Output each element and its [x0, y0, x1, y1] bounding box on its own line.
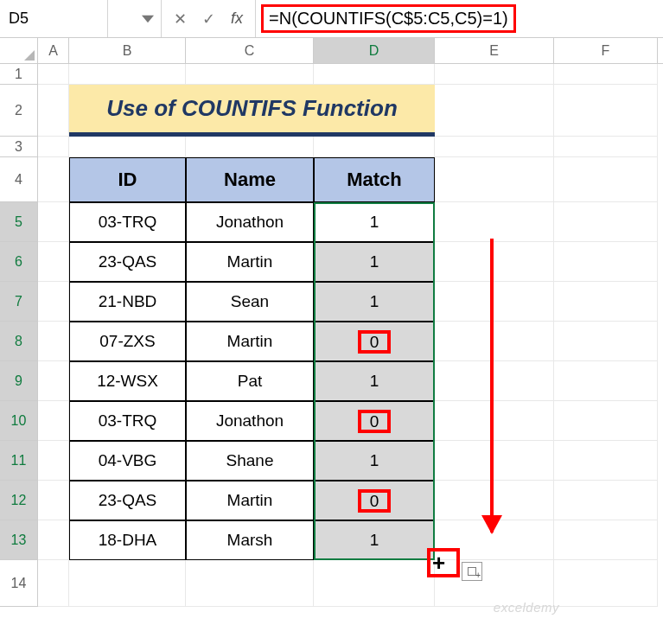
cell-B10[interactable]: 03-TRQ — [69, 401, 186, 441]
cell-D6[interactable]: 1 — [314, 242, 435, 282]
cell-A12[interactable] — [38, 481, 69, 520]
accept-formula-button[interactable]: ✓ — [202, 10, 215, 29]
cell-F14[interactable] — [554, 560, 658, 607]
cell-D13[interactable]: 1 — [314, 520, 435, 560]
autofill-options-button[interactable]: + — [462, 562, 482, 581]
cell-E3[interactable] — [435, 137, 554, 157]
cell-F11[interactable] — [554, 441, 658, 481]
cell-E5[interactable] — [435, 202, 554, 242]
header-match[interactable]: Match — [314, 157, 435, 202]
cell-F10[interactable] — [554, 401, 658, 441]
cell-F1[interactable] — [554, 64, 658, 85]
row-header-8[interactable]: 8 — [0, 322, 38, 361]
cell-F2[interactable] — [554, 85, 658, 137]
col-header-E[interactable]: E — [435, 38, 554, 63]
col-header-F[interactable]: F — [554, 38, 658, 63]
cell-B12[interactable]: 23-QAS — [69, 481, 186, 520]
cell-B8[interactable]: 07-ZXS — [69, 322, 186, 361]
cell-C9[interactable]: Pat — [186, 361, 314, 401]
cell-B9[interactable]: 12-WSX — [69, 361, 186, 401]
cell-A6[interactable] — [38, 242, 69, 282]
cell-A11[interactable] — [38, 441, 69, 481]
cell-B7[interactable]: 21-NBD — [69, 282, 186, 322]
col-header-A[interactable]: A — [38, 38, 69, 63]
row-header-6[interactable]: 6 — [0, 242, 38, 282]
cell-C14[interactable] — [186, 560, 314, 607]
cell-E1[interactable] — [435, 64, 554, 85]
row-header-14[interactable]: 14 — [0, 560, 38, 607]
cell-F9[interactable] — [554, 361, 658, 401]
cell-E8[interactable] — [435, 322, 554, 361]
cell-A14[interactable] — [38, 560, 69, 607]
cell-C5[interactable]: Jonathon — [186, 202, 314, 242]
cell-C12[interactable]: Martin — [186, 481, 314, 520]
row-header-5[interactable]: 5 — [0, 202, 38, 242]
cell-F4[interactable] — [554, 157, 658, 202]
cell-F5[interactable] — [554, 202, 658, 242]
col-header-D[interactable]: D — [314, 38, 435, 63]
cell-D1[interactable] — [314, 64, 435, 85]
col-header-C[interactable]: C — [186, 38, 314, 63]
col-header-B[interactable]: B — [69, 38, 186, 63]
cell-C10[interactable]: Jonathon — [186, 401, 314, 441]
cell-B11[interactable]: 04-VBG — [69, 441, 186, 481]
cell-C1[interactable] — [186, 64, 314, 85]
cell-E2[interactable] — [435, 85, 554, 137]
insert-function-button[interactable]: fx — [231, 10, 243, 28]
cell-F13[interactable] — [554, 520, 658, 560]
cell-A5[interactable] — [38, 202, 69, 242]
cell-A13[interactable] — [38, 520, 69, 560]
select-all-corner[interactable] — [0, 38, 38, 63]
cell-C3[interactable] — [186, 137, 314, 157]
row-header-3[interactable]: 3 — [0, 137, 38, 157]
cell-C7[interactable]: Sean — [186, 282, 314, 322]
cell-F7[interactable] — [554, 282, 658, 322]
row-header-4[interactable]: 4 — [0, 157, 38, 202]
row-header-7[interactable]: 7 — [0, 282, 38, 322]
cell-E10[interactable] — [435, 401, 554, 441]
name-box-dropdown[interactable] — [108, 0, 162, 37]
cell-E11[interactable] — [435, 441, 554, 481]
cell-D11[interactable]: 1 — [314, 441, 435, 481]
cell-A9[interactable] — [38, 361, 69, 401]
cell-D7[interactable]: 1 — [314, 282, 435, 322]
cell-D8[interactable]: 0 — [314, 322, 435, 361]
cell-C13[interactable]: Marsh — [186, 520, 314, 560]
cell-A3[interactable] — [38, 137, 69, 157]
row-header-12[interactable]: 12 — [0, 481, 38, 520]
row-header-11[interactable]: 11 — [0, 441, 38, 481]
cell-A4[interactable] — [38, 157, 69, 202]
cell-E6[interactable] — [435, 242, 554, 282]
cell-D9[interactable]: 1 — [314, 361, 435, 401]
row-header-2[interactable]: 2 — [0, 85, 38, 137]
cell-F6[interactable] — [554, 242, 658, 282]
cell-B3[interactable] — [69, 137, 186, 157]
cell-D10[interactable]: 0 — [314, 401, 435, 441]
cell-D12[interactable]: 0 — [314, 481, 435, 520]
cancel-formula-button[interactable]: ✕ — [174, 10, 187, 29]
row-header-13[interactable]: 13 — [0, 520, 38, 560]
cell-D14[interactable] — [314, 560, 435, 607]
name-box[interactable]: D5 — [0, 0, 108, 37]
formula-input[interactable]: =N(COUNTIFS(C$5:C5,C5)=1) — [261, 4, 516, 33]
header-id[interactable]: ID — [69, 157, 186, 202]
cell-C8[interactable]: Martin — [186, 322, 314, 361]
cell-D5[interactable]: 1 — [314, 202, 435, 242]
header-name[interactable]: Name — [186, 157, 314, 202]
cell-A10[interactable] — [38, 401, 69, 441]
cell-B14[interactable] — [69, 560, 186, 607]
cell-E4[interactable] — [435, 157, 554, 202]
row-header-9[interactable]: 9 — [0, 361, 38, 401]
cell-F8[interactable] — [554, 322, 658, 361]
cell-C6[interactable]: Martin — [186, 242, 314, 282]
cell-C11[interactable]: Shane — [186, 441, 314, 481]
row-header-1[interactable]: 1 — [0, 64, 38, 85]
cell-B13[interactable]: 18-DHA — [69, 520, 186, 560]
cell-A8[interactable] — [38, 322, 69, 361]
cell-B1[interactable] — [69, 64, 186, 85]
cell-F3[interactable] — [554, 137, 658, 157]
cell-F12[interactable] — [554, 481, 658, 520]
cell-E9[interactable] — [435, 361, 554, 401]
cell-A2[interactable] — [38, 85, 69, 137]
cell-D3[interactable] — [314, 137, 435, 157]
